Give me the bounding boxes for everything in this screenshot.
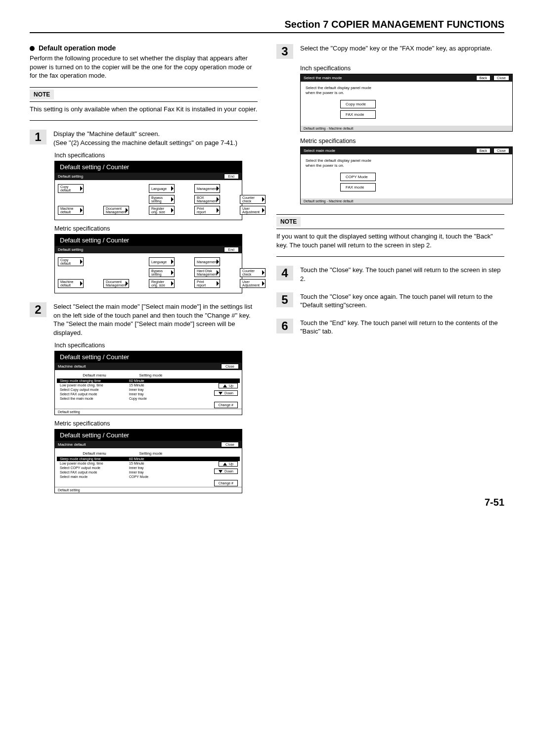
close-button[interactable]: Close [221, 442, 239, 447]
panel-title: Default setting / Counter [55, 235, 242, 246]
machine-default-button[interactable]: Machine default [58, 279, 84, 288]
print-report-button[interactable]: Print report [194, 206, 220, 215]
table-cell: Select the main mode [60, 397, 129, 400]
close-button[interactable]: Close [493, 148, 509, 153]
panel-buttons: Copy default Machine default Document Ma… [55, 180, 242, 220]
step-5: 5 Touch the "Close" key once again. The … [276, 292, 504, 310]
panel-wrap: Default setting / Counter Default settin… [54, 234, 258, 293]
table-cell: Select COPY output mode [60, 466, 129, 470]
close-button[interactable]: Close [221, 364, 239, 369]
doc-mgmt-button[interactable]: Document Management [103, 279, 129, 288]
panel-footer: Default setting [55, 487, 242, 493]
language-button[interactable]: Language [149, 257, 175, 266]
page: Section 7 COPIER MANAGEMENT FUNCTIONS De… [0, 0, 534, 518]
left-column: Default operation mode Perform the follo… [30, 44, 258, 493]
table-cell: Inner tray [129, 392, 169, 396]
end-button[interactable]: End [224, 247, 239, 252]
section-header: Section 7 COPIER MANAGEMENT FUNCTIONS [30, 19, 504, 33]
change-button[interactable]: Change # [214, 402, 238, 408]
table-row[interactable]: Select COPY output modeInner tray [57, 466, 240, 470]
management-button[interactable]: Management [194, 184, 220, 193]
management-button[interactable]: Management [194, 257, 220, 266]
step-number: 3 [276, 44, 293, 59]
bypass-button[interactable]: Bypass setting [149, 195, 175, 204]
table-row[interactable]: Low power mode chng. time15 Minute [57, 383, 240, 387]
register-orig-button[interactable]: Register orig. size [149, 206, 175, 215]
counter-check-button[interactable]: Counter check [240, 195, 266, 204]
table-cell: Inner tray [129, 471, 169, 474]
metric-spec-label: Metric specifications [54, 225, 258, 232]
register-orig-button[interactable]: Register orig. size [149, 279, 175, 288]
harddisk-mgmt-button[interactable]: Hard Disk Management [194, 268, 220, 277]
step-text: Touch the "Close" key once again. The to… [300, 292, 504, 310]
metric-spec-label: Metric specifications [300, 138, 504, 144]
table-cell: Select main mode [60, 475, 129, 478]
hdr-mode: Setting mode [131, 451, 171, 456]
table-cell: 60 Minute [129, 457, 169, 461]
change-button[interactable]: Change # [214, 480, 238, 486]
table-row[interactable]: Low power mode chng. time15 Minute [57, 461, 240, 466]
hdr-mode: Setting mode [131, 373, 171, 378]
end-button[interactable]: End [224, 174, 239, 179]
close-button[interactable]: Close [493, 75, 509, 81]
metric-spec-label: Metric specifications [54, 420, 258, 427]
up-button[interactable]: Up [219, 461, 238, 467]
table-row[interactable]: Select Copy output modeInner tray [57, 387, 240, 392]
panel-wrap: Default setting / Counter Default settin… [54, 161, 258, 220]
step-number: 6 [276, 319, 293, 333]
table-row[interactable]: Select the main modeCopy mode [57, 396, 240, 401]
fax-mode-button[interactable]: FAX mode [340, 110, 376, 119]
table-cell: Select FAX output mode [60, 392, 129, 396]
print-report-button[interactable]: Print report [194, 279, 220, 288]
hdr-menu: Default menu [60, 373, 129, 378]
panel-sub-bar: Machine default Close [55, 363, 242, 370]
note-box: NOTE [276, 214, 504, 229]
sub-bar-label: Default setting [58, 247, 83, 252]
panel-title: Default setting / Counter [55, 161, 242, 173]
language-button[interactable]: Language [149, 184, 175, 193]
mm-description: Select the default display panel mode wh… [306, 158, 507, 168]
table-cell: 60 Minute [129, 379, 169, 382]
list-area: Default menu Setting mode Sleep mode cha… [55, 448, 242, 487]
step-text: Touch the "Close" key. The touch panel w… [300, 266, 504, 283]
mm-bar-title: Select the main mode [304, 76, 342, 80]
back-button[interactable]: Back [476, 75, 491, 81]
table-cell: Low power mode chng. time [60, 383, 129, 387]
copy-mode-button[interactable]: COPY Mode [340, 173, 376, 181]
table-row[interactable]: Sleep mode changing time60 Minute [57, 457, 240, 461]
table-row[interactable]: Select FAX output modeInner tray [57, 470, 240, 474]
table-row[interactable]: Select main modeCOPY Mode [57, 474, 240, 479]
box-mgmt-button[interactable]: BOX Management [194, 195, 220, 204]
copy-mode-button[interactable]: Copy mode [340, 100, 376, 108]
step-6: 6 Touch the "End" key. The touch panel w… [276, 319, 504, 336]
default-setting-panel-metric: Default setting / Counter Default settin… [54, 234, 242, 293]
user-adjust-button[interactable]: User Adjustment [240, 279, 266, 288]
back-button[interactable]: Back [476, 148, 491, 153]
table-row[interactable]: Sleep mode changing time60 Minute [57, 378, 240, 383]
divider [30, 120, 258, 121]
default-setting-panel-inch: Default setting / Counter Default settin… [54, 161, 242, 220]
table-row[interactable]: Select FAX output modeInner tray [57, 392, 240, 396]
down-button[interactable]: Down [214, 390, 238, 396]
fax-mode-button[interactable]: FAX mode [340, 183, 376, 191]
user-adjust-button[interactable]: User Adjustment [240, 206, 266, 215]
inch-spec-label: Inch specifications [54, 342, 258, 349]
mm-description: Select the default display panel mode wh… [306, 86, 507, 95]
panel-buttons: Copy default Machine default Document Ma… [55, 253, 242, 293]
table-cell: Sleep mode changing time [60, 379, 129, 382]
table-cell: Inner tray [129, 388, 169, 391]
bullet-icon [30, 46, 35, 51]
inch-spec-label: Inch specifications [300, 65, 504, 72]
bypass-button[interactable]: Bypass setting [149, 268, 175, 277]
inch-spec-label: Inch specifications [54, 152, 258, 159]
up-button[interactable]: Up [219, 383, 238, 388]
machine-default-button[interactable]: Machine default [58, 206, 84, 215]
doc-mgmt-button[interactable]: Document Management [103, 206, 129, 215]
panel-title: Default setting / Counter [55, 351, 242, 363]
down-button[interactable]: Down [214, 469, 238, 474]
counter-check-button[interactable]: Counter check [240, 268, 266, 277]
copy-default-button[interactable]: Copy default [58, 257, 84, 266]
copy-default-button[interactable]: Copy default [58, 184, 84, 193]
mm-bar-title: Select main mode [304, 148, 335, 153]
intro-paragraph: Perform the following procedure to set w… [30, 54, 258, 80]
